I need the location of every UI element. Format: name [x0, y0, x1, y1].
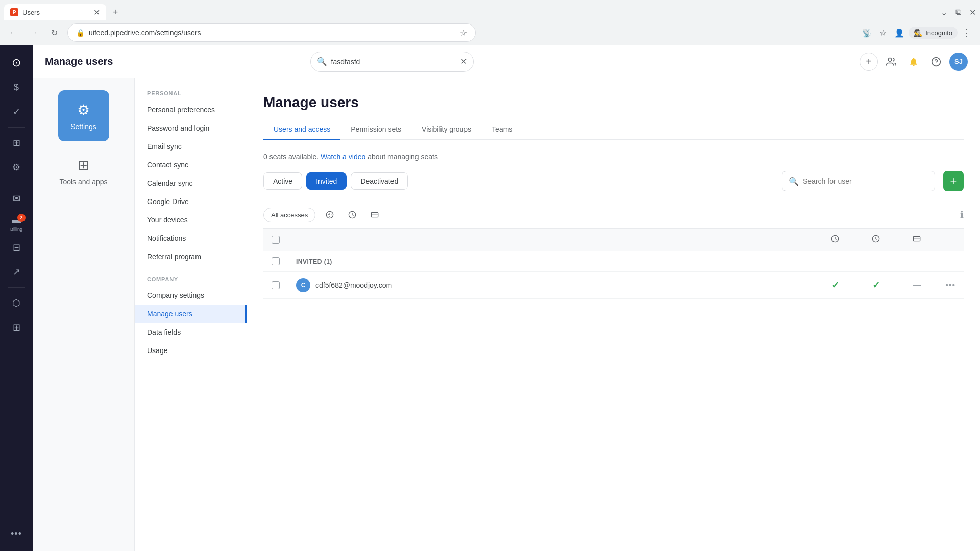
- search-box[interactable]: 🔍 ✕: [310, 52, 474, 72]
- group-checkbox[interactable]: [272, 257, 280, 265]
- url-bar[interactable]: 🔒 uifeed.pipedrive.com/settings/users ☆: [67, 23, 476, 42]
- bookmark-icon[interactable]: ☆: [876, 26, 890, 40]
- new-tab-button[interactable]: +: [108, 5, 122, 19]
- home-icon: ⊙: [12, 56, 21, 69]
- tab-permission-sets[interactable]: Permission sets: [340, 119, 411, 140]
- incognito-badge[interactable]: 🕵 Incognito: [909, 27, 958, 39]
- invited-group-label: INVITED (1): [296, 258, 332, 265]
- select-all-checkbox[interactable]: [272, 236, 280, 244]
- tabs: Users and access Permission sets Visibil…: [263, 119, 964, 140]
- nav-item-referral-program[interactable]: Referral program: [135, 247, 247, 266]
- deals-icon: $: [14, 82, 19, 93]
- filter-invited-button[interactable]: Invited: [306, 172, 347, 190]
- table-wrapper: INVITED (1): [263, 229, 964, 299]
- user-actions-cell: •••: [937, 272, 964, 299]
- personal-section-title: PERSONAL: [135, 90, 247, 101]
- nav-item-google-drive[interactable]: Google Drive: [135, 192, 247, 211]
- star-icon[interactable]: ☆: [460, 28, 467, 38]
- tab-users-access[interactable]: Users and access: [263, 119, 340, 140]
- billing-label: Billing: [10, 227, 22, 232]
- seats-suffix: about managing seats: [368, 153, 438, 161]
- all-accesses-button[interactable]: All accesses: [263, 208, 315, 222]
- nav-item-manage-users[interactable]: Manage users: [135, 305, 247, 323]
- card-icon-button[interactable]: [366, 207, 383, 223]
- restore-button[interactable]: ⧉: [955, 8, 961, 17]
- tools-apps-icon: ⊞: [78, 157, 89, 173]
- reports-icon: ⊟: [13, 242, 20, 253]
- content-title: Manage users: [263, 94, 964, 111]
- seats-info: 0 seats available. Watch a video about m…: [263, 153, 964, 161]
- close-button[interactable]: ✕: [969, 8, 976, 17]
- cast-icon[interactable]: 📡: [860, 26, 874, 40]
- users-icon-button[interactable]: [882, 53, 900, 71]
- search-input[interactable]: [331, 58, 456, 66]
- clock-icon-button[interactable]: [344, 207, 360, 223]
- group-header-cell: INVITED (1): [288, 251, 964, 272]
- nav-item-your-devices[interactable]: Your devices: [135, 211, 247, 229]
- tab-close-button[interactable]: ✕: [93, 8, 100, 17]
- left-sidebar: ⊙ $ ✓ ⊞ ⚙ ✉ ▬ 3 Billing ⊟ ↗ ⬡: [0, 45, 33, 551]
- nav-item-company-settings[interactable]: Company settings: [135, 286, 247, 305]
- nav-item-email-sync[interactable]: Email sync: [135, 137, 247, 156]
- sidebar-item-tools[interactable]: ⊞: [5, 132, 28, 154]
- sidebar-item-automations[interactable]: ⚙: [5, 156, 28, 179]
- row-checkbox[interactable]: [272, 281, 280, 289]
- filter-active-button[interactable]: Active: [263, 172, 302, 190]
- sidebar-item-billing[interactable]: ▬ 3 Billing: [5, 212, 28, 234]
- nav-item-data-fields[interactable]: Data fields: [135, 323, 247, 341]
- nav-panel: PERSONAL Personal preferences Password a…: [135, 78, 247, 551]
- search-clear-button[interactable]: ✕: [460, 57, 467, 66]
- user-avatar: C: [296, 278, 310, 292]
- inbox-icon: ✉: [13, 193, 20, 204]
- profile-icon[interactable]: 👤: [892, 26, 906, 40]
- nav-item-notifications[interactable]: Notifications: [135, 229, 247, 247]
- sidebar-item-more[interactable]: •••: [5, 522, 28, 545]
- back-button[interactable]: ←: [6, 26, 20, 40]
- browser-tab[interactable]: P Users ✕: [4, 4, 106, 20]
- settings-icon: ⚙: [77, 102, 90, 118]
- forward-button[interactable]: →: [27, 26, 41, 40]
- info-icon-button[interactable]: ℹ: [960, 209, 964, 220]
- tools-and-apps-button[interactable]: ⊞ Tools and apps: [58, 145, 109, 196]
- sidebar-item-home[interactable]: ⊙: [5, 52, 28, 74]
- tab-teams[interactable]: Teams: [481, 119, 523, 140]
- filter-deactivated-button[interactable]: Deactivated: [351, 172, 408, 190]
- user-search-box[interactable]: 🔍: [782, 171, 935, 191]
- sidebar-divider-2: [8, 183, 24, 183]
- browser-menu-button[interactable]: ⋮: [960, 26, 974, 40]
- url-text: uifeed.pipedrive.com/settings/users: [89, 29, 456, 37]
- nav-item-personal-preferences[interactable]: Personal preferences: [135, 101, 247, 119]
- top-header: Manage users 🔍 ✕ + SJ: [33, 45, 980, 78]
- notification-icon-button[interactable]: [904, 53, 923, 71]
- add-user-button[interactable]: +: [943, 171, 964, 191]
- help-icon-button[interactable]: [927, 53, 945, 71]
- settings-button[interactable]: ⚙ Settings: [58, 90, 109, 141]
- automations-icon: ⚙: [12, 162, 20, 173]
- user-avatar-button[interactable]: SJ: [949, 53, 968, 71]
- table-toolbar: All accesses ℹ: [263, 202, 964, 229]
- tab-visibility-groups[interactable]: Visibility groups: [411, 119, 481, 140]
- user-more-button[interactable]: •••: [945, 281, 955, 289]
- sidebar-item-marketplace[interactable]: ⬡: [5, 292, 28, 314]
- user-search-input[interactable]: [803, 177, 928, 185]
- sidebar-item-analytics[interactable]: ↗: [5, 261, 28, 283]
- dollar-icon-button[interactable]: [322, 207, 338, 223]
- marketplace-icon: ⬡: [12, 297, 20, 309]
- tools-icon: ⊞: [13, 137, 20, 148]
- nav-item-password-login[interactable]: Password and login: [135, 119, 247, 137]
- watch-video-link[interactable]: Watch a video: [321, 153, 365, 161]
- minimize-button[interactable]: ⌄: [941, 8, 947, 17]
- nav-item-calendar-sync[interactable]: Calendar sync: [135, 174, 247, 192]
- sidebar-item-inbox[interactable]: ✉: [5, 187, 28, 210]
- sidebar-item-reports[interactable]: ⊟: [5, 236, 28, 259]
- refresh-button[interactable]: ↻: [47, 26, 61, 40]
- settings-label: Settings: [70, 122, 96, 131]
- sidebar-item-pos[interactable]: ⊞: [5, 316, 28, 339]
- nav-item-usage[interactable]: Usage: [135, 341, 247, 360]
- pos-icon: ⊞: [13, 322, 20, 333]
- th-col3: [896, 229, 937, 251]
- sidebar-item-deals[interactable]: $: [5, 76, 28, 98]
- sidebar-item-activities[interactable]: ✓: [5, 101, 28, 123]
- nav-item-contact-sync[interactable]: Contact sync: [135, 156, 247, 174]
- add-button[interactable]: +: [860, 53, 878, 71]
